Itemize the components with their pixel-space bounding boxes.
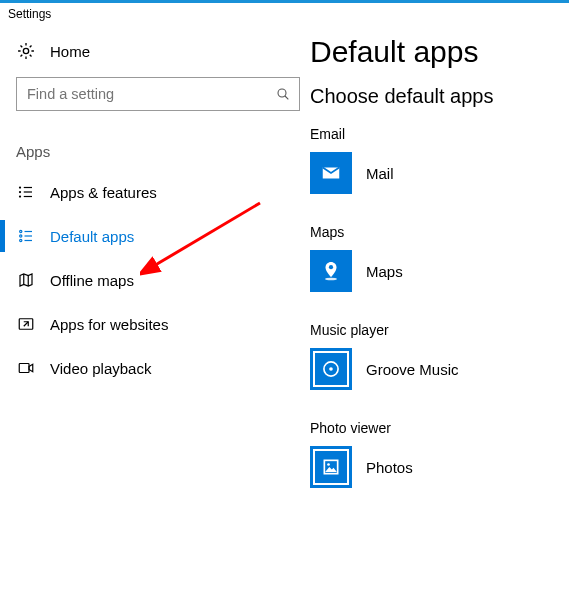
nav-apps-websites[interactable]: Apps for websites [10,302,310,346]
svg-line-18 [24,322,29,327]
nav-label: Apps for websites [50,316,168,333]
window-title: Settings [0,3,569,29]
svg-point-26 [327,463,330,466]
svg-point-21 [329,265,333,269]
home-nav[interactable]: Home [10,29,310,73]
apps-features-icon [16,182,36,202]
nav-default-apps[interactable]: Default apps [10,214,310,258]
apps-websites-icon [16,314,36,334]
nav-label: Default apps [50,228,134,245]
page-title: Default apps [310,35,493,69]
maps-icon [310,250,352,292]
left-nav-pane: Home Apps [10,29,310,518]
app-name: Groove Music [366,361,459,378]
svg-rect-19 [19,364,29,373]
photos-icon [310,446,352,488]
svg-point-22 [325,278,337,281]
svg-point-24 [329,367,333,371]
svg-point-10 [20,235,22,237]
app-name: Photos [366,459,413,476]
nav-video-playback[interactable]: Video playback [10,346,310,390]
svg-point-1 [278,89,286,97]
category-label: Email [310,126,493,142]
main-content: Default apps Choose default apps Email M… [310,29,493,518]
video-playback-icon [16,358,36,378]
svg-point-9 [20,230,22,232]
category-label: Music player [310,322,493,338]
default-app-email[interactable]: Mail [310,152,493,194]
app-name: Mail [366,165,394,182]
category-label: Photo viewer [310,420,493,436]
offline-maps-icon [16,270,36,290]
svg-point-11 [20,239,22,241]
nav-apps-features[interactable]: Apps & features [10,170,310,214]
home-label: Home [50,43,90,60]
nav-label: Video playback [50,360,151,377]
search-input[interactable] [25,85,275,103]
default-app-photos[interactable]: Photos [310,446,493,488]
page-subtitle: Choose default apps [310,85,493,108]
search-box[interactable] [16,77,300,111]
default-app-music[interactable]: Groove Music [310,348,493,390]
default-app-maps[interactable]: Maps [310,250,493,292]
default-apps-icon [16,226,36,246]
groove-music-icon [310,348,352,390]
nav-label: Apps & features [50,184,157,201]
mail-icon [310,152,352,194]
app-name: Maps [366,263,403,280]
nav-label: Offline maps [50,272,134,289]
gear-icon [16,41,36,61]
search-icon [275,86,291,102]
category-label: Maps [310,224,493,240]
svg-point-0 [23,48,28,53]
nav-group-title: Apps [10,121,310,170]
svg-line-2 [285,96,288,99]
nav-offline-maps[interactable]: Offline maps [10,258,310,302]
